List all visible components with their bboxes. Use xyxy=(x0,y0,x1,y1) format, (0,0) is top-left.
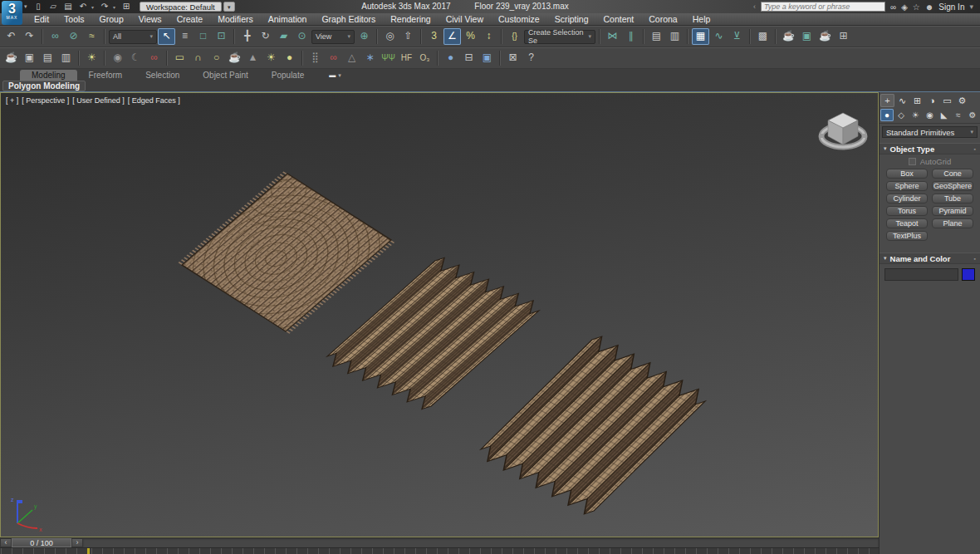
menu-views[interactable]: Views xyxy=(131,14,169,24)
connect-spheres-icon[interactable]: ∞ xyxy=(325,50,342,66)
pyramid-helper-icon[interactable]: △ xyxy=(343,50,360,66)
sun-light-icon[interactable]: ☀ xyxy=(262,50,280,66)
redo-quick-icon[interactable]: ↷ xyxy=(98,1,111,12)
keyboard-shortcut-override-icon[interactable]: ⇧ xyxy=(399,28,417,45)
search-icon[interactable]: ∞ xyxy=(890,2,896,12)
window-crossing-icon[interactable]: ⊡ xyxy=(213,28,230,45)
stereo-glasses-icon[interactable]: ∞ xyxy=(145,50,163,66)
save-file-icon[interactable]: ▤ xyxy=(61,1,75,12)
object-type-torus-button[interactable]: Torus xyxy=(886,206,928,216)
curve-editor-icon[interactable]: ∿ xyxy=(710,28,728,45)
select-and-rotate-icon[interactable]: ↻ xyxy=(257,28,274,45)
app-menu-arrow-icon[interactable]: ▾ xyxy=(24,3,27,10)
workspace-selector[interactable]: Workspace: Default xyxy=(140,2,222,12)
object-type-cylinder-button[interactable]: Cylinder xyxy=(886,194,928,203)
menu-graph-editors[interactable]: Graph Editors xyxy=(314,14,383,24)
cameras-category-icon[interactable]: ◉ xyxy=(923,109,936,121)
layer-explorer-icon[interactable]: ▤ xyxy=(648,28,665,45)
render-elements-icon[interactable]: ▤ xyxy=(39,50,56,66)
menu-tools[interactable]: Tools xyxy=(56,14,92,24)
camera-icon[interactable]: ◉ xyxy=(109,50,126,66)
3ds-max-logo-icon[interactable]: 3 MAX xyxy=(2,1,22,25)
render-settings-icon[interactable]: ▥ xyxy=(57,50,75,66)
dome-primitive-icon[interactable]: ∩ xyxy=(189,50,207,66)
polygon-modeling-panel[interactable]: Polygon Modeling xyxy=(2,81,86,91)
menu-content[interactable]: Content xyxy=(595,14,641,24)
help-icon[interactable]: ? xyxy=(522,50,540,66)
communication-center-icon[interactable]: ◈ xyxy=(901,2,908,12)
create-tab-icon[interactable]: + xyxy=(880,94,894,107)
object-type-cone-button[interactable]: Cone xyxy=(932,169,973,179)
menu-corona[interactable]: Corona xyxy=(641,14,684,24)
select-and-scale-icon[interactable]: ▰ xyxy=(275,28,292,45)
sign-in-dropdown-icon[interactable]: ▾ xyxy=(969,2,973,11)
grass-scatter-icon[interactable]: ΨΨ xyxy=(380,50,397,66)
menu-modifiers[interactable]: Modifiers xyxy=(210,14,261,24)
ozone-icon[interactable]: O₃ xyxy=(416,50,434,66)
edit-named-selection-sets-icon[interactable]: {} xyxy=(506,28,523,45)
undo-quick-icon[interactable]: ↶ xyxy=(76,1,90,12)
unlink-selection-icon[interactable]: ⊘ xyxy=(65,28,82,45)
viewport-lighting-label[interactable]: [ User Defined ] xyxy=(72,96,125,105)
display-tab-icon[interactable]: ▭ xyxy=(940,94,954,107)
percent-snap-toggle-icon[interactable]: % xyxy=(462,28,479,45)
render-setup-icon[interactable]: ☕ xyxy=(780,28,797,45)
bind-to-space-warp-icon[interactable]: ≈ xyxy=(83,28,100,45)
user-icon[interactable]: ☻ xyxy=(925,2,934,12)
spinner-snap-toggle-icon[interactable]: ↕ xyxy=(480,28,497,45)
perspective-viewport[interactable]: [ + ] [ Perspective ] [ User Defined ] [… xyxy=(0,92,879,537)
autogrid-checkbox[interactable] xyxy=(909,158,916,165)
motion-tab-icon[interactable]: ◑ xyxy=(925,94,939,107)
sphere-primitive-icon[interactable]: ● xyxy=(281,50,298,66)
ribbon-tab-freeform[interactable]: Freeform xyxy=(77,70,135,81)
viewport-menu-plus[interactable]: [ + ] xyxy=(6,96,18,105)
time-slider-handle[interactable]: 0 / 100 xyxy=(12,538,71,547)
viewport-layout-icon[interactable]: ⊞ xyxy=(835,28,852,45)
select-and-link-icon[interactable]: ∞ xyxy=(47,28,64,45)
next-frame-button[interactable]: › xyxy=(71,538,83,547)
object-type-box-button[interactable]: Box xyxy=(886,169,928,179)
lights-category-icon[interactable]: ☀ xyxy=(909,109,922,121)
object-name-field[interactable] xyxy=(884,268,958,281)
schematic-view-icon[interactable]: ⊻ xyxy=(728,28,746,45)
light-lister-icon[interactable]: ☀ xyxy=(83,50,100,66)
mirror-icon[interactable]: ⋈ xyxy=(604,28,621,45)
select-and-move-icon[interactable]: ╋ xyxy=(238,28,256,45)
menu-create[interactable]: Create xyxy=(169,14,211,24)
search-input[interactable] xyxy=(761,2,885,12)
cone-primitive-icon[interactable]: ▲ xyxy=(244,50,262,66)
material-sphere-icon[interactable]: ● xyxy=(442,50,459,66)
ribbon-toggle-icon[interactable]: ▦ xyxy=(692,28,709,45)
workspace-dropdown-icon[interactable]: ▾ xyxy=(223,2,235,12)
mesh-plane-corrugated-1[interactable] xyxy=(322,256,545,411)
object-type-plane-button[interactable]: Plane xyxy=(932,218,973,228)
utilities-tab-icon[interactable]: ⚙ xyxy=(955,94,969,107)
ribbon-tab-populate[interactable]: Populate xyxy=(260,70,316,81)
object-type-rollout-header[interactable]: ▾ Object Type ▪ xyxy=(880,143,980,154)
systems-category-icon[interactable]: ⚙ xyxy=(966,109,979,121)
rectangular-selection-region-icon[interactable]: □ xyxy=(194,28,212,45)
layer-lock-icon[interactable]: ⊟ xyxy=(460,50,478,66)
circle-primitive-icon[interactable]: ○ xyxy=(208,50,225,66)
menu-help[interactable]: Help xyxy=(685,14,718,24)
menu-rendering[interactable]: Rendering xyxy=(383,14,438,24)
previous-frame-button[interactable]: ‹ xyxy=(0,538,12,547)
environment-icon[interactable]: ☾ xyxy=(127,50,145,66)
named-selection-sets-dropdown[interactable]: Create Selection Se ▾ xyxy=(524,30,595,44)
angle-snap-toggle-icon[interactable]: ∠ xyxy=(443,28,461,45)
menu-animation[interactable]: Animation xyxy=(261,14,315,24)
favorites-star-icon[interactable]: ☆ xyxy=(913,2,920,12)
mesh-plane-corrugated-2[interactable] xyxy=(475,334,710,516)
select-and-place-icon[interactable]: ⊙ xyxy=(293,28,311,45)
viewcube[interactable] xyxy=(818,108,870,156)
geometry-category-icon[interactable]: ● xyxy=(880,109,894,121)
ribbon-tab-selection[interactable]: Selection xyxy=(134,70,191,81)
menu-scripting[interactable]: Scripting xyxy=(547,14,596,24)
name-and-color-rollout-header[interactable]: ▾ Name and Color ▪ xyxy=(880,252,980,264)
redo-dropdown-icon[interactable]: ▾ xyxy=(113,4,118,10)
helpers-category-icon[interactable]: ◣ xyxy=(938,109,951,121)
object-type-tube-button[interactable]: Tube xyxy=(932,194,973,203)
select-by-name-icon[interactable]: ≡ xyxy=(176,28,194,45)
scatter-flower-icon[interactable]: ∗ xyxy=(361,50,379,66)
hair-fur-icon[interactable]: HF xyxy=(398,50,415,66)
